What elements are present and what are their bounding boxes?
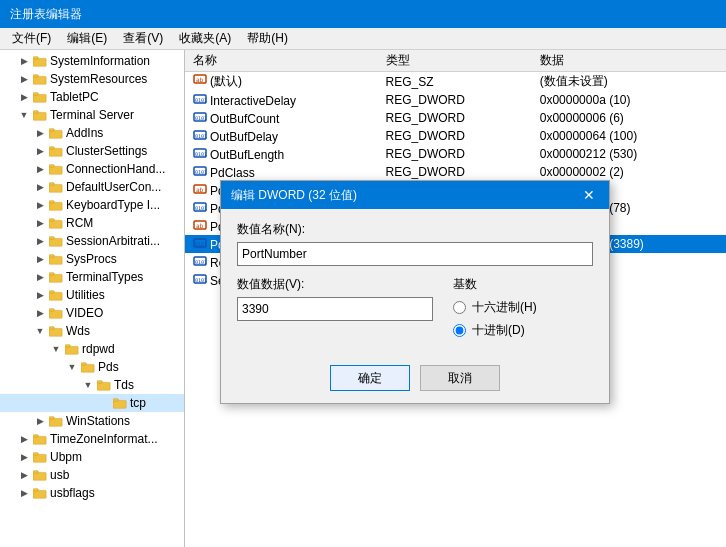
radio-hex-input[interactable] xyxy=(453,301,466,314)
reg-type: REG_DWORD xyxy=(378,145,532,163)
tree-arrow: ▶ xyxy=(16,470,32,480)
tree-item-TimeZoneInformat[interactable]: ▶ TimeZoneInformat... xyxy=(0,430,184,448)
reg-icon: ab xyxy=(193,73,207,85)
tree-item-rdpwd[interactable]: ▼ rdpwd xyxy=(0,340,184,358)
tree-arrow: ▶ xyxy=(32,272,48,282)
tree-item-SystemResources[interactable]: ▶ SystemResources xyxy=(0,70,184,88)
menu-edit[interactable]: 编辑(E) xyxy=(59,28,115,49)
reg-icon: 0101 xyxy=(193,201,207,213)
tree-label: KeyboardType I... xyxy=(66,198,160,212)
svg-rect-9 xyxy=(49,129,54,132)
radio-dec[interactable]: 十进制(D) xyxy=(453,322,593,339)
tree-item-KeyboardTypeI[interactable]: ▶ KeyboardType I... xyxy=(0,196,184,214)
svg-text:0101: 0101 xyxy=(195,259,207,265)
tree-arrow: ▼ xyxy=(32,326,48,336)
svg-rect-7 xyxy=(33,111,38,114)
table-row[interactable]: 0101InteractiveDelay REG_DWORD 0x0000000… xyxy=(185,91,726,109)
svg-rect-43 xyxy=(33,435,38,438)
reg-type: REG_DWORD xyxy=(378,109,532,127)
tree-item-SysProcs[interactable]: ▶ SysProcs xyxy=(0,250,184,268)
table-row[interactable]: ab(默认) REG_SZ (数值未设置) xyxy=(185,72,726,92)
folder-icon xyxy=(48,126,64,140)
tree-item-DefaultUserCon[interactable]: ▶ DefaultUserCon... xyxy=(0,178,184,196)
svg-rect-21 xyxy=(49,237,54,240)
value-section: 数值数据(V): xyxy=(237,276,433,331)
file-icon xyxy=(112,396,128,410)
tree-item-ClusterSettings[interactable]: ▶ ClusterSettings xyxy=(0,142,184,160)
tree-item-TerminalServer[interactable]: ▼ Terminal Server xyxy=(0,106,184,124)
svg-rect-3 xyxy=(33,75,38,78)
svg-rect-16 xyxy=(49,202,62,210)
tree-item-Tds[interactable]: ▼ Tds xyxy=(0,376,184,394)
menu-view[interactable]: 查看(V) xyxy=(115,28,171,49)
tree-label: tcp xyxy=(130,396,146,410)
tree-item-AddIns[interactable]: ▶ AddIns xyxy=(0,124,184,142)
tree-arrow: ▼ xyxy=(16,110,32,120)
dialog-close-button[interactable]: ✕ xyxy=(579,185,599,205)
ok-button[interactable]: 确定 xyxy=(330,365,410,391)
menu-help[interactable]: 帮助(H) xyxy=(239,28,296,49)
name-input[interactable] xyxy=(237,242,593,266)
tree-item-tcp[interactable]: tcp xyxy=(0,394,184,412)
reg-icon: 0101 xyxy=(193,93,207,105)
svg-rect-42 xyxy=(33,436,46,444)
reg-data: 0x00000212 (530) xyxy=(532,145,726,163)
reg-data: 0x0000000a (10) xyxy=(532,91,726,109)
tree-item-Utilities[interactable]: ▶ Utilities xyxy=(0,286,184,304)
menu-favorites[interactable]: 收藏夹(A) xyxy=(171,28,239,49)
tree-item-ConnectionHand[interactable]: ▶ ConnectionHand... xyxy=(0,160,184,178)
col-data: 数据 xyxy=(532,50,726,72)
folder-icon xyxy=(32,486,48,500)
svg-rect-1 xyxy=(33,57,38,60)
tree-item-usbflags[interactable]: ▶ usbflags xyxy=(0,484,184,502)
reg-type: REG_SZ xyxy=(378,72,532,92)
svg-rect-39 xyxy=(113,399,118,402)
folder-icon xyxy=(64,342,80,356)
table-row[interactable]: 0101OutBufDelay REG_DWORD 0x00000064 (10… xyxy=(185,127,726,145)
tree-item-WinStations[interactable]: ▶ WinStations xyxy=(0,412,184,430)
folder-icon xyxy=(48,216,64,230)
tree-item-TerminalTypes[interactable]: ▶ TerminalTypes xyxy=(0,268,184,286)
tree-item-VIDEO[interactable]: ▶ VIDEO xyxy=(0,304,184,322)
cancel-button[interactable]: 取消 xyxy=(420,365,500,391)
folder-icon xyxy=(32,432,48,446)
tree-item-usb[interactable]: ▶ usb xyxy=(0,466,184,484)
tree-arrow: ▶ xyxy=(32,416,48,426)
col-name: 名称 xyxy=(185,50,378,72)
svg-rect-45 xyxy=(33,453,38,456)
folder-icon xyxy=(96,378,112,392)
svg-rect-26 xyxy=(49,292,62,300)
tree-arrow: ▼ xyxy=(80,380,96,390)
menu-file[interactable]: 文件(F) xyxy=(4,28,59,49)
radio-hex[interactable]: 十六进制(H) xyxy=(453,299,593,316)
tree-label: AddIns xyxy=(66,126,103,140)
reg-type: REG_DWORD xyxy=(378,91,532,109)
value-input[interactable] xyxy=(237,297,433,321)
reg-icon: 0101 xyxy=(193,255,207,267)
svg-rect-22 xyxy=(49,256,62,264)
tree-item-Wds[interactable]: ▼ Wds xyxy=(0,322,184,340)
radio-dec-input[interactable] xyxy=(453,324,466,337)
table-row[interactable]: 0101OutBufCount REG_DWORD 0x00000006 (6) xyxy=(185,109,726,127)
tree-arrow: ▶ xyxy=(16,434,32,444)
folder-icon xyxy=(32,72,48,86)
svg-rect-14 xyxy=(49,184,62,192)
table-row[interactable]: 0101PdClass REG_DWORD 0x00000002 (2) xyxy=(185,163,726,181)
reg-name: 0101OutBufLength xyxy=(185,145,378,163)
svg-rect-13 xyxy=(49,165,54,168)
tree-item-Ubpm[interactable]: ▶ Ubpm xyxy=(0,448,184,466)
tree-item-SessionArbitrati[interactable]: ▶ SessionArbitrati... xyxy=(0,232,184,250)
svg-rect-30 xyxy=(49,328,62,336)
reg-name: 0101OutBufDelay xyxy=(185,127,378,145)
tree-item-RCM[interactable]: ▶ RCM xyxy=(0,214,184,232)
tree-item-TabletPC[interactable]: ▶ TabletPC xyxy=(0,88,184,106)
tree-arrow: ▶ xyxy=(16,56,32,66)
tree-item-SystemInformation[interactable]: ▶ SystemInformation xyxy=(0,52,184,70)
tree-arrow: ▶ xyxy=(16,92,32,102)
svg-rect-28 xyxy=(49,310,62,318)
col-type: 类型 xyxy=(378,50,532,72)
tree-item-Pds[interactable]: ▼ Pds xyxy=(0,358,184,376)
table-row[interactable]: 0101OutBufLength REG_DWORD 0x00000212 (5… xyxy=(185,145,726,163)
tree-label: WinStations xyxy=(66,414,130,428)
edit-dword-dialog[interactable]: 编辑 DWORD (32 位值) ✕ 数值名称(N): 数值数据(V): 基数 … xyxy=(220,180,610,404)
